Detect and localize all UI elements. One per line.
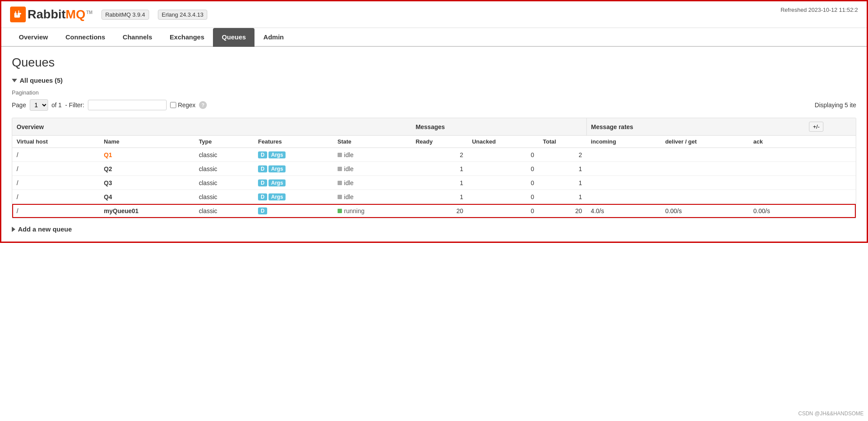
badge-args: Args	[268, 179, 286, 186]
badge-durable: D	[258, 207, 267, 214]
cell-deliver-get: 0.00/s	[661, 204, 749, 218]
page-label: Page	[12, 102, 26, 109]
table-row: /Q2classicDArgsidle101	[12, 162, 856, 176]
cell-total: 1	[539, 176, 587, 190]
cell-ready: 2	[411, 148, 467, 162]
cell-ready: 1	[411, 162, 467, 176]
badge-durable: D	[258, 165, 267, 172]
cell-unacked: 0	[467, 204, 538, 218]
cell-virtual-host: /	[12, 176, 100, 190]
cell-virtual-host: /	[12, 204, 100, 218]
regex-label: Regex	[170, 102, 195, 109]
cell-features: DArgs	[254, 190, 333, 204]
cell-incoming: 4.0/s	[586, 204, 661, 218]
cell-state: idle	[333, 190, 411, 204]
cell-name[interactable]: myQueue01	[100, 204, 195, 218]
cell-type: classic	[195, 204, 254, 218]
logo-tm: TM	[86, 10, 92, 15]
plus-minus-header[interactable]: +/-	[805, 118, 856, 136]
cell-ack	[749, 190, 805, 204]
message-rates-group-header: Message rates	[586, 118, 805, 136]
main-nav: Overview Connections Channels Exchanges …	[1, 28, 867, 47]
state-text: idle	[344, 165, 354, 172]
cell-total: 1	[539, 162, 587, 176]
badge-args: Args	[268, 165, 286, 172]
table-row: /Q4classicDArgsidle101	[12, 190, 856, 204]
cell-features: DArgs	[254, 176, 333, 190]
col-deliver-get: deliver / get	[661, 136, 749, 148]
cell-name[interactable]: Q3	[100, 176, 195, 190]
queue-name-link[interactable]: Q1	[104, 151, 112, 158]
cell-total: 1	[539, 190, 587, 204]
logo-area: RabbitMQTM RabbitMQ 3.9.4 Erlang 24.3.4.…	[10, 7, 207, 22]
queue-name-text: myQueue01	[104, 207, 139, 214]
col-empty	[805, 136, 856, 148]
state-dot	[338, 153, 342, 157]
regex-text: Regex	[178, 102, 195, 109]
cell-empty	[805, 162, 856, 176]
regex-checkbox[interactable]	[170, 102, 176, 108]
cell-virtual-host: /	[12, 162, 100, 176]
cell-features: DArgs	[254, 148, 333, 162]
badge-args: Args	[268, 193, 286, 200]
col-virtual-host: Virtual host	[12, 136, 100, 148]
cell-name[interactable]: Q2	[100, 162, 195, 176]
help-badge[interactable]: ?	[199, 101, 207, 109]
nav-item-overview[interactable]: Overview	[10, 28, 57, 47]
queue-name-text: Q2	[104, 165, 112, 172]
cell-ack: 0.00/s	[749, 204, 805, 218]
version-rabbitmq-badge: RabbitMQ 3.9.4	[101, 10, 149, 20]
cell-ready: 20	[411, 204, 467, 218]
cell-deliver-get	[661, 148, 749, 162]
add-queue-link[interactable]: Add a new queue	[12, 225, 856, 233]
cell-empty	[805, 176, 856, 190]
nav-item-admin[interactable]: Admin	[254, 28, 293, 47]
col-incoming: incoming	[586, 136, 661, 148]
group-header-row: Overview Messages Message rates +/-	[12, 118, 856, 136]
page-select[interactable]: 1	[30, 99, 48, 111]
col-type: Type	[195, 136, 254, 148]
cell-state: idle	[333, 148, 411, 162]
state-text: idle	[344, 193, 354, 200]
badge-durable: D	[258, 193, 267, 200]
cell-ready: 1	[411, 176, 467, 190]
nav-item-queues[interactable]: Queues	[213, 28, 254, 47]
rabbit-icon	[13, 10, 23, 19]
cell-total: 20	[539, 204, 587, 218]
logo-rabbit-text: Rabbit	[28, 7, 66, 21]
pagination-label: Pagination	[12, 89, 856, 96]
filter-label: - Filter:	[65, 102, 84, 109]
cell-name[interactable]: Q1	[100, 148, 195, 162]
svg-rect-4	[14, 15, 20, 18]
col-ready: Ready	[411, 136, 467, 148]
cell-state: running	[333, 204, 411, 218]
table-row: /Q1classicDArgsidle202	[12, 148, 856, 162]
cell-ack	[749, 148, 805, 162]
overview-group-header: Overview	[12, 118, 411, 136]
nav-item-channels[interactable]: Channels	[114, 28, 161, 47]
logo-icon	[10, 7, 26, 22]
table-row: /Q3classicDArgsidle101	[12, 176, 856, 190]
state-text: running	[344, 207, 365, 214]
cell-deliver-get	[661, 176, 749, 190]
of-text: of 1	[52, 102, 62, 109]
state-dot	[338, 209, 342, 213]
cell-virtual-host: /	[12, 148, 100, 162]
pagination-row: Page 1 of 1 - Filter: Regex ? Displaying…	[12, 99, 856, 111]
cell-features: DArgs	[254, 162, 333, 176]
cell-name[interactable]: Q4	[100, 190, 195, 204]
col-ack: ack	[749, 136, 805, 148]
expand-icon	[12, 227, 15, 232]
nav-item-exchanges[interactable]: Exchanges	[161, 28, 213, 47]
table-row: /myQueue01classicDrunning200204.0/s0.00/…	[12, 204, 856, 218]
queue-name-text: Q4	[104, 193, 112, 200]
collapse-icon[interactable]	[12, 79, 17, 82]
version-erlang-badge: Erlang 24.3.4.13	[158, 10, 207, 20]
cell-type: classic	[195, 190, 254, 204]
plus-minus-button[interactable]: +/-	[809, 122, 824, 132]
filter-input[interactable]	[88, 100, 167, 110]
logo-text: RabbitMQTM	[28, 7, 93, 21]
nav-item-connections[interactable]: Connections	[57, 28, 114, 47]
cell-ack	[749, 176, 805, 190]
state-dot	[338, 195, 342, 199]
